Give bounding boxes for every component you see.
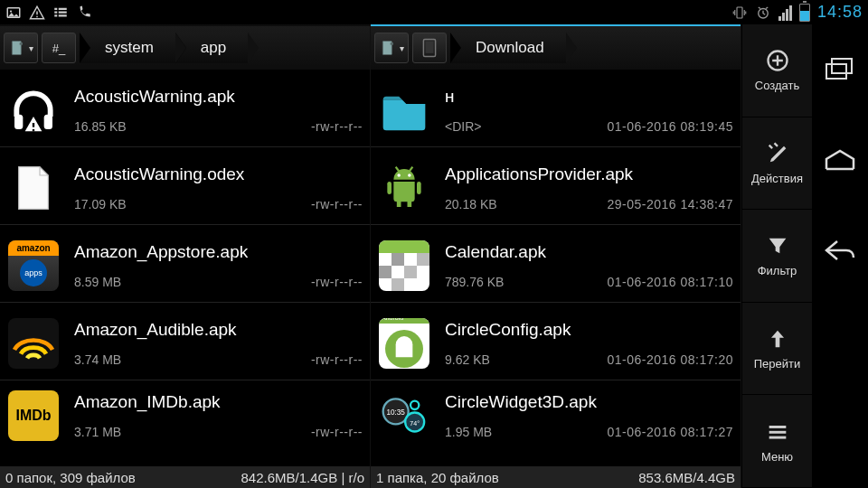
imdb-icon: IMDb [5,388,61,444]
crumb-download[interactable]: Download [450,33,566,63]
toolbar-label: Перейти [754,357,801,371]
file-row[interactable]: Amazon_Audible.apk 3.74 MB-rw-r--r-- [0,303,370,380]
alarm-icon [755,5,771,21]
toolbar-label: Действия [751,172,803,185]
circle-config-icon: Android [376,315,432,371]
file-size: 9.62 KB [445,352,490,367]
right-file-list[interactable]: н <DIR>01-06-2016 08:19:45 ApplicationsP… [371,70,741,466]
svg-rect-6 [54,14,57,16]
toolbar-label: Фильтр [758,264,797,277]
home-button[interactable] [822,142,858,178]
circle-widget-icon: 10:3574° [376,388,432,444]
file-name: Amazon_Appstore.apk [74,242,363,262]
audible-icon [5,315,61,371]
svg-rect-17 [33,129,34,131]
file-name: AcousticWarning.odex [74,164,363,184]
file-type: <DIR> [445,119,481,134]
svg-rect-5 [54,11,57,13]
right-footer: 1 папка, 20 файлов 853.6MB/4.4GB [371,466,741,488]
file-name: Amazon_IMDb.apk [74,392,363,412]
svg-line-26 [396,166,400,171]
file-sheet-icon [5,160,61,216]
file-date: 01-06-2016 08:17:20 [608,352,734,367]
filter-button[interactable]: Фильтр [742,210,812,303]
device-root-button[interactable] [412,33,447,63]
recent-apps-button[interactable] [822,52,858,88]
crumb-system[interactable]: system [80,33,175,63]
create-button[interactable]: Создать [742,24,812,117]
svg-rect-22 [387,182,392,194]
svg-rect-37 [769,436,786,438]
file-size: 3.74 MB [74,352,121,367]
picture-icon [5,5,22,21]
file-name: ApplicationsProvider.apk [445,164,733,184]
calendar-icon [376,238,432,294]
battery-icon [799,4,810,22]
file-row[interactable]: ApplicationsProvider.apk 20.18 KB29-05-2… [371,147,741,225]
file-date: 29-05-2016 14:38:47 [608,197,734,211]
svg-text:74°: 74° [410,420,420,427]
file-date: 01-06-2016 08:17:10 [608,275,734,289]
file-row[interactable]: н <DIR>01-06-2016 08:19:45 [371,70,741,147]
menu-button[interactable]: Меню [742,395,812,488]
file-name: CircleWidget3D.apk [445,392,733,412]
left-pane[interactable]: ▾ #_ system app AcousticWarning.apk 16.8… [0,24,371,488]
phone-icon [76,5,92,21]
file-row[interactable]: IMDb Amazon_IMDb.apk 3.71 MB-rw-r--r-- [0,380,370,447]
svg-rect-8 [59,11,67,13]
goto-button[interactable]: Перейти [742,303,812,396]
file-size: 16.85 KB [74,119,127,134]
file-perm: -rw-r--r-- [311,119,363,134]
storage-picker-button[interactable]: ▾ [374,33,409,63]
file-row[interactable]: Calendar.apk 789.76 KB01-06-2016 08:17:1… [371,225,741,303]
svg-rect-9 [59,14,67,16]
svg-rect-21 [426,42,434,53]
file-size: 3.71 MB [74,425,121,439]
chevron-down-icon: ▾ [400,43,404,53]
android-robot-icon [376,160,432,216]
svg-rect-35 [769,426,786,428]
svg-rect-16 [33,123,34,127]
file-name: AcousticWarning.apk [74,87,363,107]
file-date: 01-06-2016 08:19:45 [608,119,734,134]
back-button[interactable] [822,232,858,268]
file-size: 17.09 KB [74,197,127,211]
file-row[interactable]: AcousticWarning.odex 17.09 KB-rw-r--r-- [0,147,370,225]
right-pane[interactable]: ▾ Download н <DIR>01-06-2016 08:19:45 [371,24,741,488]
svg-rect-19 [390,42,392,45]
file-row[interactable]: AcousticWarning.apk 16.85 KB-rw-r--r-- [0,70,370,147]
svg-rect-23 [417,182,421,194]
svg-rect-39 [832,59,852,73]
chevron-down-icon: ▾ [29,43,33,53]
toolbar-label: Меню [761,450,793,464]
svg-point-1 [10,10,12,12]
svg-rect-7 [59,7,67,9]
root-hash-button[interactable]: #_ [42,33,76,63]
folder-icon [376,82,432,138]
file-perm: -rw-r--r-- [311,197,363,211]
right-footer-storage: 853.6MB/4.4GB [638,470,735,485]
svg-line-27 [410,166,413,171]
signal-icon [778,5,792,21]
status-bar: 14:58 [0,0,868,24]
right-toolbar: Создать Действия Фильтр Перейти Меню [741,24,812,488]
file-date: 01-06-2016 08:17:27 [608,425,734,439]
file-row[interactable]: 10:3574° CircleWidget3D.apk 1.95 MB01-06… [371,380,741,447]
svg-point-24 [397,174,401,177]
left-footer: 0 папок, 309 файлов 842.6MB/1.4GB | r/o [0,466,370,488]
headphones-icon [5,82,61,138]
warning-icon [29,5,45,21]
file-row[interactable]: amazon apps Amazon_Appstore.apk 8.59 MB-… [0,225,370,303]
file-size: 8.59 MB [74,275,121,289]
storage-picker-button[interactable]: ▾ [4,33,38,63]
list-icon [52,5,69,21]
crumb-app[interactable]: app [175,33,248,63]
file-size: 20.18 KB [445,197,497,211]
actions-button[interactable]: Действия [742,117,812,211]
amazon-appstore-icon: amazon apps [5,238,61,294]
svg-rect-3 [36,15,38,17]
svg-rect-13 [19,42,22,45]
file-row[interactable]: Android CircleConfig.apk 9.62 KB01-06-20… [371,303,741,380]
left-file-list[interactable]: AcousticWarning.apk 16.85 KB-rw-r--r-- A… [0,70,370,466]
left-breadcrumb-row: ▾ #_ system app [0,24,370,70]
